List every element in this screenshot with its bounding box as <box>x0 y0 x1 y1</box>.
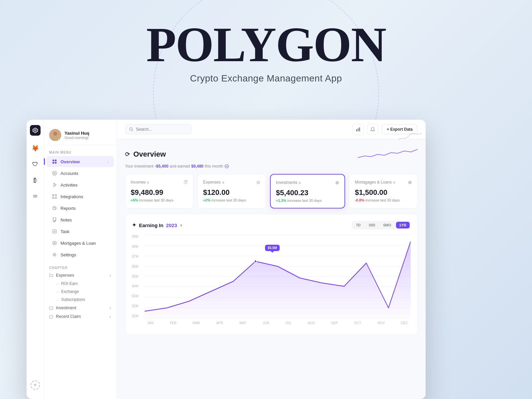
svg-rect-31 <box>359 127 360 131</box>
investment-label: Investment <box>56 306 76 310</box>
analytics-icon <box>355 127 361 132</box>
overview-label: Overview <box>61 159 80 164</box>
settings-label: Settings <box>61 252 76 257</box>
notifications-button[interactable] <box>367 124 378 135</box>
top-bar: + Export Data <box>117 120 426 139</box>
earned-amount: $9,480 <box>191 164 203 169</box>
chart-tooltip: $5.5M <box>265 245 280 251</box>
filter-30d[interactable]: 30D <box>365 222 379 228</box>
sidebar-item-overview[interactable]: Overview › <box>47 156 114 167</box>
stat-card-expenses: Expenses ∨ ⊙ $120.00 +2% increase last 3… <box>198 174 266 208</box>
y-axis-labels: $9M $8M $7M $6M $5M $4M $3M $2M $1M <box>132 235 143 318</box>
app-logo <box>30 125 41 136</box>
bitcoin-icon[interactable]: ₿ <box>29 174 41 186</box>
svg-rect-11 <box>55 162 57 164</box>
chapter-subscriptions[interactable]: Subscriptions <box>44 296 117 304</box>
stat-card-incomes: Incomes ∨ ⏱ $9,480.99 +5% increase last … <box>125 174 194 208</box>
notes-icon <box>52 217 57 222</box>
incomes-icon: ⏱ <box>183 180 188 185</box>
subtitle-suffix: this month <box>205 164 223 169</box>
investments-icon: ⊗ <box>335 180 339 185</box>
hero-section: POLYGON Crypto Exchange Management App <box>0 0 532 84</box>
expenses-stat-label: Expenses ∨ <box>203 180 224 185</box>
sidebar-item-integrations[interactable]: Integrations <box>47 191 114 202</box>
recent-claim-chevron: ∨ <box>109 315 111 319</box>
task-label: Task <box>61 229 69 234</box>
app-window: 🦊 🛡 ₿ + <box>27 120 426 399</box>
shield-icon[interactable]: 🛡 <box>29 158 41 170</box>
add-app-button[interactable]: + <box>31 380 40 390</box>
chart-section: ✦ Earning In 2023 ∨ 7D 30D 6MO 1YR $9M $… <box>125 214 418 335</box>
mortgages-change: -0.8% increase last 30 days <box>355 198 412 202</box>
analytics-button[interactable] <box>352 124 364 135</box>
subtitle-prefix: Your investment <box>125 164 154 169</box>
svg-marker-1 <box>34 129 37 132</box>
filter-1yr[interactable]: 1YR <box>396 222 410 228</box>
svg-point-7 <box>52 136 59 141</box>
sidebar-item-reports[interactable]: Reports <box>47 202 114 214</box>
filter-7d[interactable]: 7D <box>353 222 364 228</box>
sidebar-item-mortgages[interactable]: Mortgages & Loan <box>47 237 114 249</box>
chapter-recent-claim[interactable]: Recent Claim ∨ <box>44 312 117 321</box>
svg-rect-30 <box>358 128 359 131</box>
accounts-icon <box>52 171 57 176</box>
spark-icon: ✦ <box>132 222 136 228</box>
stats-grid: Incomes ∨ ⏱ $9,480.99 +5% increase last … <box>117 169 426 214</box>
sidebar-item-activities[interactable]: Activities <box>47 179 114 191</box>
layers-icon[interactable] <box>29 190 41 202</box>
overview-header: ⟳ Overview <box>125 146 418 163</box>
investments-mini-chart <box>398 130 422 143</box>
chapter-roi-earn[interactable]: ROI Earn <box>44 280 117 288</box>
search-input[interactable] <box>136 127 183 132</box>
overview-icon-header: ⟳ <box>125 151 130 158</box>
sidebar-item-task[interactable]: Task <box>47 226 114 237</box>
exchange-label: Exchange <box>61 289 79 294</box>
search-box[interactable] <box>125 124 192 134</box>
sidebar-item-notes[interactable]: Notes <box>47 214 114 225</box>
check-circle-icon <box>224 164 229 169</box>
roi-earn-label: ROI Earn <box>61 281 78 286</box>
svg-point-27 <box>130 128 132 130</box>
expenses-value: $120.00 <box>203 188 260 197</box>
user-name: Yasinul Huq <box>65 131 111 136</box>
search-icon <box>129 127 133 131</box>
svg-rect-17 <box>53 197 54 199</box>
incomes-value: $9,480.99 <box>131 188 188 197</box>
svg-rect-26 <box>50 316 53 318</box>
hero-title: POLYGON <box>0 20 532 69</box>
sidebar-item-accounts[interactable]: Accounts <box>47 168 114 179</box>
recent-claim-label: Recent Claim <box>56 314 81 319</box>
sidebar-item-settings[interactable]: Settings <box>47 249 114 260</box>
svg-marker-14 <box>54 183 56 187</box>
svg-rect-18 <box>55 197 57 199</box>
chart-title: ✦ Earning In 2023 ∨ <box>132 222 182 228</box>
overview-icon <box>52 159 57 164</box>
chapter-investment[interactable]: Investment ∨ <box>44 304 117 312</box>
chapter-exchange[interactable]: Exchange <box>44 288 117 296</box>
expenses-label: Expenses <box>56 273 74 278</box>
incomes-change: +5% increase last 30 days <box>131 198 188 202</box>
time-filters: 7D 30D 6MO 1YR <box>352 221 411 229</box>
avatar <box>49 129 61 141</box>
investments-label: Investments ∨ <box>276 180 301 185</box>
mascot-icon[interactable]: 🦊 <box>29 142 41 154</box>
year-dropdown-arrow[interactable]: ∨ <box>180 223 182 227</box>
svg-point-12 <box>53 171 57 175</box>
stat-card-investments: Investments ∨ ⊗ $5,400.23 +1.3% increase… <box>270 174 345 208</box>
svg-rect-16 <box>55 195 57 196</box>
header-mini-chart <box>358 146 418 163</box>
investment-chevron: ∨ <box>109 306 111 310</box>
bell-icon <box>370 127 375 132</box>
overview-title: Overview <box>133 150 166 159</box>
svg-rect-10 <box>53 162 54 164</box>
folder-icon <box>49 273 53 277</box>
chart-svg-container: $5.5M <box>145 235 411 318</box>
svg-point-13 <box>54 173 55 174</box>
chapter-expenses[interactable]: Expenses ∨ <box>44 271 117 280</box>
user-info: Yasinul Huq Good morning! <box>65 131 111 140</box>
filter-6mo[interactable]: 6MO <box>380 222 395 228</box>
chart-header: ✦ Earning In 2023 ∨ 7D 30D 6MO 1YR <box>132 221 411 229</box>
icon-bar: 🦊 🛡 ₿ + <box>27 120 44 399</box>
notes-label: Notes <box>61 217 72 222</box>
svg-rect-8 <box>53 160 54 161</box>
